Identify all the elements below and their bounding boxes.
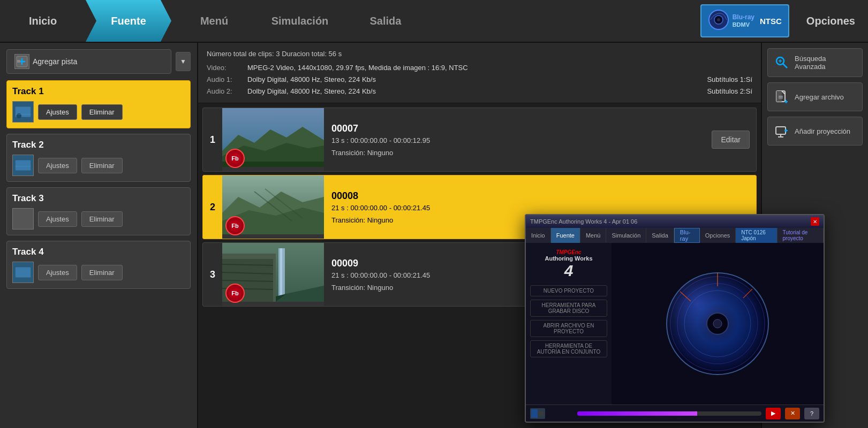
clip-1-edit-button[interactable]: Editar — [712, 131, 750, 149]
busqueda-avanzada-label: BúsquedaAvanzada — [795, 55, 826, 71]
clip-2-transition: Transición: Ninguno — [331, 216, 430, 224]
clip-1-name: 00007 — [331, 123, 430, 134]
overlay-nav-menu[interactable]: Menú — [580, 228, 607, 243]
clip-3-thumbnail: Fb — [222, 243, 324, 306]
nav-simulacion[interactable]: Simulación — [257, 0, 343, 42]
clip-1-duration: 13 s : 00:00:00.00 - 00:00:12.95 — [331, 136, 430, 144]
clip-1-info: 00007 13 s : 00:00:00.00 - 00:00:12.95 T… — [324, 108, 437, 171]
track-1-controls: Ajustes Eliminar — [12, 101, 185, 123]
track-2-eliminar-button[interactable]: Eliminar — [81, 158, 123, 173]
clip-1-number: 1 — [203, 108, 222, 171]
track-1-title: Track 1 — [12, 86, 185, 97]
agregar-archivo-button[interactable]: Agregar archivo — [767, 82, 863, 111]
svg-point-59 — [713, 319, 722, 328]
audio1-label: Audio 1: — [207, 74, 239, 86]
overlay-disc-area — [612, 243, 824, 404]
overlay-nav: Inicio Fuente Menú Simulación Salida Blu… — [526, 228, 824, 243]
track-4-controls: Ajustes Eliminar — [12, 262, 185, 283]
track-4-eliminar-button[interactable]: Eliminar — [81, 265, 123, 280]
nav-menu[interactable]: Menú — [171, 0, 257, 42]
overlay-logo-line1: TMPGEnc — [532, 249, 605, 255]
nav-fuente[interactable]: Fuente — [86, 0, 171, 42]
track-item-4: Track 4 Ajustes Eliminar — [6, 241, 191, 289]
overlay-action-btn-2[interactable]: ✕ — [785, 408, 800, 419]
subtitulos2: Subtítulos 2:Sí — [707, 86, 752, 97]
overlay-nav-opciones[interactable]: Opciones — [700, 228, 736, 243]
overlay-nav-bluray[interactable]: Blu-ray — [674, 228, 700, 243]
overlay-nav-inicio[interactable]: Inicio — [526, 228, 551, 243]
svg-line-38 — [783, 64, 787, 68]
track-3-thumbnail — [12, 208, 34, 230]
clip-3-info: 00009 21 s : 00:00:00.00 - 00:00:21.45 T… — [324, 243, 437, 306]
audio2-value: Dolby Digital, 48000 Hz, Stereo, 224 Kb/… — [247, 86, 376, 97]
overlay-nav-tutorial[interactable]: Tutorial de proyecto — [778, 228, 824, 243]
clip-1-thumbnail: Fb — [222, 108, 324, 171]
dropdown-arrow-button[interactable]: ▼ — [176, 52, 191, 71]
overlay-nav-ntsc[interactable]: NTC 0126 Japón — [736, 228, 777, 243]
svg-rect-14 — [13, 209, 33, 229]
add-projection-icon — [773, 123, 790, 140]
agregar-archivo-label: Agregar archivo — [795, 93, 844, 101]
svg-rect-48 — [776, 127, 786, 134]
svg-rect-64 — [531, 409, 538, 418]
track-3-ajustes-button[interactable]: Ajustes — [38, 211, 77, 227]
overlay-menu-nuevo[interactable]: NUEVO PROYECTO — [530, 285, 607, 296]
track-4-thumbnail — [12, 262, 34, 283]
anadir-proyeccion-label: Añadir proyección — [795, 127, 850, 135]
overlay-nav-simulacion[interactable]: Simulación — [606, 228, 646, 243]
clip-2-info: 00008 21 s : 00:00:00.00 - 00:00:21.45 T… — [324, 175, 437, 239]
overlay-menu-abrir[interactable]: ABRIR ARCHIVO EN PROYECTO — [530, 320, 607, 337]
track-3-controls: Ajustes Eliminar — [12, 208, 185, 230]
clip-1-transition: Transición: Ninguno — [331, 149, 430, 157]
subtitulos1: Subtítulos 1:Sí — [707, 74, 752, 86]
search-icon — [773, 54, 790, 71]
anadir-proyeccion-button[interactable]: Añadir proyección — [767, 117, 863, 146]
busqueda-avanzada-button[interactable]: BúsquedaAvanzada — [767, 48, 863, 77]
overlay-body: TMPGEnc Authoring Works 4 NUEVO PROYECTO… — [526, 243, 824, 404]
overlay-menu-autoria[interactable]: HERRAMIENTA DE AUTORÍA EN CONJUNTO — [530, 340, 607, 357]
track-1-ajustes-button[interactable]: Ajustes — [38, 104, 77, 120]
overlay-close-button[interactable]: ✕ — [811, 217, 819, 226]
track-2-controls: Ajustes Eliminar — [12, 155, 185, 176]
clip-3-duration: 21 s : 00:00:00.00 - 00:00:21.45 — [331, 271, 430, 279]
sidebar: Agregar pista ▼ Track 1 Ajustes Eliminar — [0, 43, 198, 428]
overlay-action-btn-1[interactable]: ▶ — [766, 408, 781, 419]
svg-rect-16 — [16, 268, 31, 278]
svg-point-2 — [717, 18, 720, 21]
overlay-action-btn-3[interactable]: ? — [804, 408, 819, 419]
top-navigation: Inicio Fuente Menú Simulación Salida Blu… — [0, 0, 868, 43]
info-summary: Número total de clips: 3 Duracion total:… — [207, 48, 752, 60]
brand-badge[interactable]: Blu-ray BDMV NTSC — [700, 4, 789, 37]
track-2-ajustes-button[interactable]: Ajustes — [38, 158, 77, 173]
track-item-2: Track 2 Ajustes Eliminar — [6, 134, 191, 182]
video-value: MPEG-2 Video, 1440x1080, 29.97 fps, Medi… — [247, 62, 468, 74]
clip-2-duration: 21 s : 00:00:00.00 - 00:00:21.45 — [331, 204, 430, 212]
track-item-3: Track 3 Ajustes Eliminar — [6, 187, 191, 235]
clip-item-1[interactable]: 1 — [202, 108, 757, 172]
overlay-nav-fuente[interactable]: Fuente — [551, 228, 580, 243]
overlay-progress-fill — [577, 411, 697, 416]
overlay-nav-salida[interactable]: Salida — [646, 228, 674, 243]
overlay-progress-bar-wrap — [577, 411, 761, 416]
track-item-1: Track 1 Ajustes Eliminar — [6, 80, 191, 128]
track-4-ajustes-button[interactable]: Ajustes — [38, 265, 77, 280]
clip-3-name: 00009 — [331, 258, 430, 269]
overlay-logo: TMPGEnc Authoring Works 4 — [530, 247, 607, 282]
audio2-label: Audio 2: — [207, 86, 239, 97]
clip-2-number: 2 — [203, 175, 222, 239]
overlay-menu-grabar[interactable]: HERRAMIENTA PARA GRABAR DISCO — [530, 300, 607, 317]
clip-3-transition: Transición: Ninguno — [331, 284, 430, 292]
overlay-titlebar: TMPGEnc Authoring Works 4 - Apr 01 06 ✕ — [526, 215, 824, 228]
track-4-title: Track 4 — [12, 247, 185, 257]
track-1-thumbnail — [12, 101, 34, 123]
nav-opciones[interactable]: Opciones — [794, 0, 868, 42]
track-3-eliminar-button[interactable]: Eliminar — [81, 211, 123, 227]
svg-rect-65 — [538, 411, 544, 416]
overlay-logo-num: 4 — [532, 262, 605, 280]
track-1-eliminar-button[interactable]: Eliminar — [81, 104, 123, 120]
nav-salida[interactable]: Salida — [343, 0, 428, 42]
info-bar: Número total de clips: 3 Duracion total:… — [198, 43, 761, 103]
nav-inicio[interactable]: Inicio — [0, 0, 86, 42]
add-track-button[interactable]: Agregar pista — [6, 49, 171, 74]
video-label: Video: — [207, 62, 239, 74]
